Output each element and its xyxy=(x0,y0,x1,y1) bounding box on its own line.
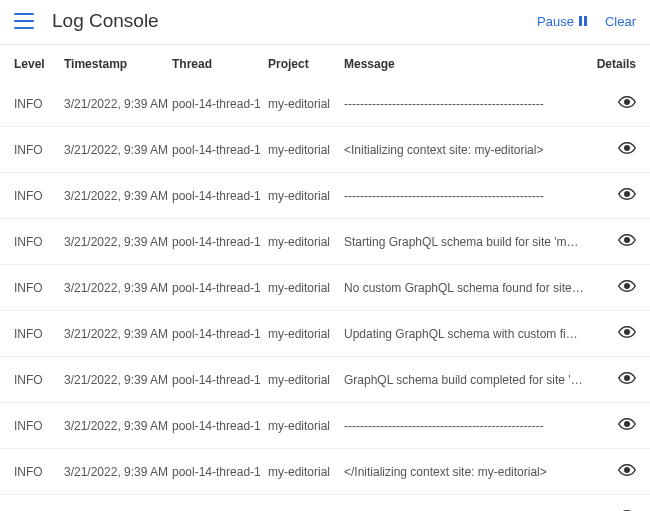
cell-timestamp: 3/21/2022, 9:39 AM xyxy=(64,281,172,295)
page-title: Log Console xyxy=(52,10,537,32)
cell-thread: pool-14-thread-1 xyxy=(172,373,268,387)
cell-project: my-editorial xyxy=(268,419,344,433)
col-header-project: Project xyxy=(268,57,344,71)
table-row: INFO3/21/2022, 9:39 AMpool-14-thread-1my… xyxy=(0,81,650,127)
eye-icon[interactable] xyxy=(618,93,636,111)
cell-timestamp: 3/21/2022, 9:39 AM xyxy=(64,373,172,387)
table-row: INFO3/21/2022, 9:39 AMpool-14-thread-1my… xyxy=(0,173,650,219)
svg-point-3 xyxy=(625,238,630,243)
eye-icon[interactable] xyxy=(618,323,636,341)
cell-timestamp: 3/21/2022, 9:39 AM xyxy=(64,419,172,433)
cell-project: my-editorial xyxy=(268,281,344,295)
cell-message: Starting GraphQL schema build for site '… xyxy=(344,235,592,249)
cell-thread: pool-14-thread-1 xyxy=(172,465,268,479)
cell-details xyxy=(592,369,636,390)
cell-message: </Initializing context site: my-editoria… xyxy=(344,465,592,479)
cell-timestamp: 3/21/2022, 9:39 AM xyxy=(64,189,172,203)
col-header-message: Message xyxy=(344,57,592,71)
cell-level: INFO xyxy=(14,419,64,433)
cell-thread: pool-14-thread-1 xyxy=(172,235,268,249)
cell-level: INFO xyxy=(14,373,64,387)
cell-project: my-editorial xyxy=(268,373,344,387)
menu-icon[interactable] xyxy=(14,13,34,29)
svg-point-2 xyxy=(625,192,630,197)
eye-icon[interactable] xyxy=(618,415,636,433)
cell-level: INFO xyxy=(14,97,64,111)
table-row: INFO3/21/2022, 9:39 AMpool-14-thread-1my… xyxy=(0,449,650,495)
cell-level: INFO xyxy=(14,327,64,341)
cell-message: ----------------------------------------… xyxy=(344,97,592,111)
eye-icon[interactable] xyxy=(618,277,636,295)
eye-icon[interactable] xyxy=(618,461,636,479)
table-row: INFO3/21/2022, 9:39 AMpool-14-thread-1my… xyxy=(0,219,650,265)
svg-point-8 xyxy=(625,468,630,473)
cell-level: INFO xyxy=(14,235,64,249)
cell-thread: pool-14-thread-1 xyxy=(172,97,268,111)
cell-thread: pool-14-thread-1 xyxy=(172,189,268,203)
cell-message: ----------------------------------------… xyxy=(344,189,592,203)
cell-timestamp: 3/21/2022, 9:39 AM xyxy=(64,465,172,479)
cell-details xyxy=(592,185,636,206)
col-header-thread: Thread xyxy=(172,57,268,71)
clear-label: Clear xyxy=(605,14,636,29)
cell-details xyxy=(592,415,636,436)
table-row: INFO3/21/2022, 9:39 AMpool-14-thread-1my… xyxy=(0,495,650,511)
cell-message: GraphQL schema build completed for site … xyxy=(344,373,592,387)
svg-point-4 xyxy=(625,284,630,289)
app-header: Log Console Pause Clear xyxy=(0,0,650,45)
cell-thread: pool-14-thread-1 xyxy=(172,327,268,341)
cell-timestamp: 3/21/2022, 9:39 AM xyxy=(64,143,172,157)
eye-icon[interactable] xyxy=(618,507,636,511)
svg-point-5 xyxy=(625,330,630,335)
cell-message: <Initializing context site: my-editorial… xyxy=(344,143,592,157)
eye-icon[interactable] xyxy=(618,185,636,203)
cell-timestamp: 3/21/2022, 9:39 AM xyxy=(64,327,172,341)
cell-details xyxy=(592,231,636,252)
log-rows: INFO3/21/2022, 9:39 AMpool-14-thread-1my… xyxy=(0,81,650,511)
cell-message: Updating GraphQL schema with custom fiel… xyxy=(344,327,592,341)
col-header-timestamp: Timestamp xyxy=(64,57,172,71)
header-actions: Pause Clear xyxy=(537,14,636,29)
svg-point-0 xyxy=(625,100,630,105)
cell-message: ----------------------------------------… xyxy=(344,419,592,433)
col-header-level: Level xyxy=(14,57,64,71)
eye-icon[interactable] xyxy=(618,231,636,249)
eye-icon[interactable] xyxy=(618,369,636,387)
table-header-row: Level Timestamp Thread Project Message D… xyxy=(0,45,650,81)
pause-label: Pause xyxy=(537,14,574,29)
cell-project: my-editorial xyxy=(268,465,344,479)
cell-level: INFO xyxy=(14,465,64,479)
pause-icon xyxy=(579,16,587,26)
cell-level: INFO xyxy=(14,281,64,295)
table-row: INFO3/21/2022, 9:39 AMpool-14-thread-1my… xyxy=(0,311,650,357)
cell-level: INFO xyxy=(14,189,64,203)
cell-thread: pool-14-thread-1 xyxy=(172,419,268,433)
svg-point-6 xyxy=(625,376,630,381)
table-row: INFO3/21/2022, 9:39 AMpool-14-thread-1my… xyxy=(0,265,650,311)
cell-details xyxy=(592,461,636,482)
eye-icon[interactable] xyxy=(618,139,636,157)
pause-button[interactable]: Pause xyxy=(537,14,587,29)
cell-timestamp: 3/21/2022, 9:39 AM xyxy=(64,235,172,249)
table-row: INFO3/21/2022, 9:39 AMpool-14-thread-1my… xyxy=(0,357,650,403)
cell-details xyxy=(592,507,636,511)
cell-details xyxy=(592,139,636,160)
cell-thread: pool-14-thread-1 xyxy=(172,281,268,295)
cell-project: my-editorial xyxy=(268,189,344,203)
cell-level: INFO xyxy=(14,143,64,157)
cell-timestamp: 3/21/2022, 9:39 AM xyxy=(64,97,172,111)
svg-point-1 xyxy=(625,146,630,151)
svg-point-7 xyxy=(625,422,630,427)
cell-message: No custom GraphQL schema found for site … xyxy=(344,281,592,295)
cell-project: my-editorial xyxy=(268,235,344,249)
clear-button[interactable]: Clear xyxy=(605,14,636,29)
cell-details xyxy=(592,323,636,344)
table-row: INFO3/21/2022, 9:39 AMpool-14-thread-1my… xyxy=(0,127,650,173)
cell-thread: pool-14-thread-1 xyxy=(172,143,268,157)
cell-project: my-editorial xyxy=(268,327,344,341)
cell-project: my-editorial xyxy=(268,143,344,157)
cell-project: my-editorial xyxy=(268,97,344,111)
cell-details xyxy=(592,93,636,114)
table-row: INFO3/21/2022, 9:39 AMpool-14-thread-1my… xyxy=(0,403,650,449)
cell-details xyxy=(592,277,636,298)
